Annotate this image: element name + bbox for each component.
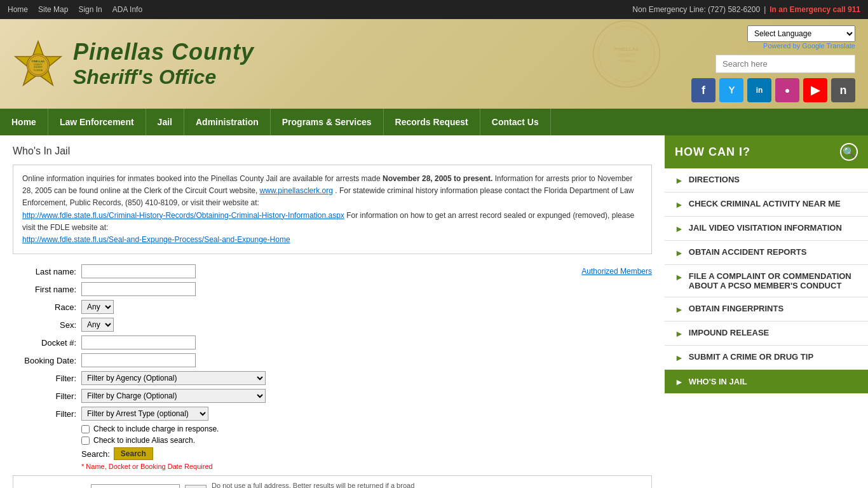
arrow-icon-directions: ►: [675, 175, 684, 186]
sidebar-item-fingerprints-label: OBTAIN FINGERPRINTS: [689, 304, 783, 313]
header: PINELLAS COUNTY SHERIFF FLORIDA Pinellas…: [0, 19, 868, 109]
nav-home[interactable]: Home: [8, 5, 28, 14]
check-alias-label: Check to include Alias search.: [93, 436, 195, 445]
race-select[interactable]: Any: [81, 300, 114, 314]
nav-signin[interactable]: Sign In: [78, 5, 102, 14]
nav-item-jail[interactable]: Jail: [146, 109, 184, 135]
language-select[interactable]: Select Language: [747, 25, 855, 42]
sidebar-item-jail-video-label: JAIL VIDEO VISITATION INFORMATION: [689, 223, 842, 233]
arrow-icon-jail-video: ►: [675, 224, 684, 234]
filter-label-2: Filter:: [13, 391, 76, 401]
sidebar-item-jail-label: WHO'S IN JAIL: [689, 377, 747, 386]
header-search-input[interactable]: [715, 55, 855, 73]
sidebar-item-jail-video[interactable]: ► JAIL VIDEO VISITATION INFORMATION: [665, 217, 868, 241]
last-name-label: Last name:: [13, 267, 76, 276]
info-link-fdle2[interactable]: http://www.fdle.state.fl.us/Seal-and-Exp…: [22, 235, 290, 244]
nav-item-records[interactable]: Records Request: [384, 109, 480, 135]
page-title: Who's In Jail: [13, 146, 652, 157]
nav-item-administration[interactable]: Administration: [184, 109, 271, 135]
info-box: Online information inquiries for inmates…: [13, 165, 652, 254]
svg-text:PINELLAS: PINELLAS: [614, 46, 639, 52]
sidebar-item-accident-reports[interactable]: ► OBTAIN ACCIDENT REPORTS: [665, 241, 868, 265]
nav-item-contact[interactable]: Contact Us: [480, 109, 551, 135]
sidebar-item-directions[interactable]: ► DIRECTIONS: [665, 168, 868, 193]
filter-arrest-select[interactable]: Filter by Arrest Type (optional): [81, 407, 208, 421]
nav-ada[interactable]: ADA Info: [112, 5, 142, 14]
nav-sitemap[interactable]: Site Map: [38, 5, 68, 14]
sidebar-item-crime-tip-label: SUBMIT A CRIME OR DRUG TIP: [689, 352, 813, 362]
header-search: [715, 55, 855, 73]
go-button[interactable]: Go: [185, 485, 207, 488]
first-name-input[interactable]: [81, 282, 196, 296]
docket-input[interactable]: [81, 336, 196, 349]
booking-date-row: Booking Date:: [13, 353, 652, 367]
booking-date-label: Booking Date:: [13, 356, 76, 365]
main-content: Who's In Jail Online information inquiri…: [0, 135, 868, 488]
last-name-row: Last name: Authorized Members: [13, 264, 652, 278]
nav-item-programs[interactable]: Programs & Services: [271, 109, 384, 135]
info-link-clerk[interactable]: www.pinellasclerk.org: [260, 186, 333, 195]
svg-text:PINELLAS: PINELLAS: [32, 59, 44, 62]
info-link-fdle1[interactable]: http://www.fdle.state.fl.us/Criminal-His…: [22, 211, 344, 220]
sidebar-item-criminal-label: CHECK CRIMINAL ACTIVITY NEAR ME: [689, 199, 841, 208]
race-row: Race: Any: [13, 300, 652, 314]
youtube-icon[interactable]: ▶: [803, 78, 827, 102]
sheriff-badge: PINELLAS COUNTY SHERIFF FLORIDA: [13, 39, 64, 90]
sidebar-item-complaint[interactable]: ► FILE A COMPLAINT OR COMMENDATION ABOUT…: [665, 265, 868, 297]
sex-label: Sex:: [13, 320, 76, 330]
social-icons: f 𝖸 in ● ▶ n: [691, 78, 855, 102]
site-title: Pinellas County Sheriff's Office: [73, 39, 254, 89]
check-charge-checkbox[interactable]: [81, 425, 90, 433]
booking-date-input[interactable]: [81, 353, 196, 367]
last-name-input[interactable]: [81, 264, 196, 278]
emergency-text: In an Emergency call 911: [770, 5, 860, 14]
search-button[interactable]: Search: [114, 447, 153, 460]
filter-charge-row: Filter: Filter by Charge (Optional): [13, 389, 652, 403]
how-can-i-label: HOW CAN I?: [675, 146, 750, 159]
filter-label-1: Filter:: [13, 374, 76, 383]
top-bar: Home Site Map Sign In ADA Info Non Emerg…: [0, 0, 868, 19]
nav-item-home[interactable]: Home: [0, 109, 48, 135]
check-charge-label: Check to include charge in response.: [93, 424, 219, 433]
facebook-icon[interactable]: f: [691, 78, 715, 102]
sex-row: Sex: Any: [13, 318, 652, 332]
first-name-label: First name:: [13, 285, 76, 294]
search-submit-row: Search: Search: [13, 447, 652, 460]
sidebar-item-whos-in-jail[interactable]: ► WHO'S IN JAIL: [665, 370, 868, 393]
sidebar-item-accident-label: OBTAIN ACCIDENT REPORTS: [689, 247, 807, 257]
arrow-icon-accident: ►: [675, 248, 684, 258]
svg-text:COUNTY: COUNTY: [618, 53, 635, 57]
address-note: Do not use a full address. Better result…: [212, 481, 428, 488]
linkedin-icon[interactable]: in: [747, 78, 771, 102]
check-charge-row: Check to include charge in response.: [13, 424, 652, 433]
sidebar-item-criminal-activity[interactable]: ► CHECK CRIMINAL ACTIVITY NEAR ME: [665, 193, 868, 217]
race-label: Race:: [13, 302, 76, 312]
non-emergency-text: Non Emergency Line: (727) 582-6200: [632, 5, 760, 14]
filter-agency-select[interactable]: Filter by Agency (Optional): [81, 371, 266, 385]
instagram-icon[interactable]: ●: [775, 78, 799, 102]
top-nav-links: Home Site Map Sign In ADA Info: [8, 5, 142, 14]
inmate-search-form: Last name: Authorized Members First name…: [13, 264, 652, 470]
separator: |: [764, 5, 766, 14]
nav-item-law-enforcement[interactable]: Law Enforcement: [48, 109, 146, 135]
filter-agency-row: Filter: Filter by Agency (Optional): [13, 371, 652, 385]
sidebar-item-impound[interactable]: ► IMPOUND RELEASE: [665, 322, 868, 346]
powered-by: Powered by Google Translate: [763, 42, 855, 50]
arrow-icon-jail: ►: [675, 377, 684, 387]
twitter-icon[interactable]: 𝖸: [719, 78, 743, 102]
sidebar-item-crime-tip[interactable]: ► SUBMIT A CRIME OR DRUG TIP: [665, 346, 868, 370]
how-can-i-header: HOW CAN I? 🔍: [665, 135, 868, 168]
content-area: Who's In Jail Online information inquiri…: [0, 135, 665, 488]
filter-charge-select[interactable]: Filter by Charge (Optional): [81, 389, 266, 403]
address-input[interactable]: [91, 484, 180, 488]
authorized-members-link[interactable]: Authorized Members: [581, 267, 652, 276]
sex-select[interactable]: Any: [81, 318, 114, 332]
sidebar-item-fingerprints[interactable]: ► OBTAIN FINGERPRINTS: [665, 297, 868, 322]
nextdoor-icon[interactable]: n: [831, 78, 855, 102]
sidebar-item-impound-label: IMPOUND RELEASE: [689, 328, 769, 337]
filter-arrest-row: Filter: Filter by Arrest Type (optional): [13, 407, 652, 421]
check-alias-checkbox[interactable]: [81, 437, 90, 445]
language-selector-wrap: Select Language Powered by Google Transl…: [747, 25, 855, 50]
header-right: Select Language Powered by Google Transl…: [691, 25, 855, 102]
how-search-icon[interactable]: 🔍: [840, 143, 858, 161]
